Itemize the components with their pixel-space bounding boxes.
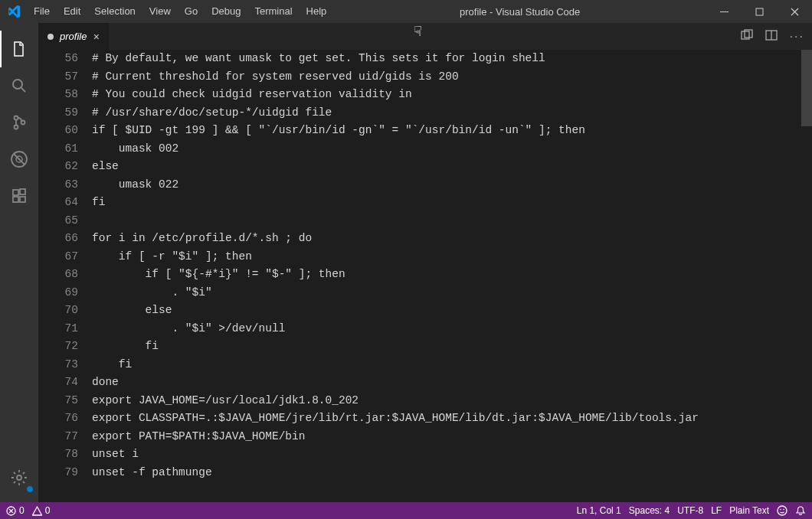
svg-rect-10 [20, 197, 25, 202]
tab-profile[interactable]: profile × [38, 23, 110, 50]
debug-icon[interactable] [0, 141, 38, 178]
status-bar: 0 0 Ln 1, Col 1 Spaces: 4 UTF-8 LF Plain… [0, 502, 812, 519]
activity-bar [0, 23, 38, 502]
svg-point-2 [13, 80, 22, 89]
search-icon[interactable] [0, 67, 38, 104]
svg-point-12 [17, 475, 21, 480]
svg-rect-0 [720, 11, 729, 12]
maximize-button[interactable] [742, 0, 777, 23]
tab-label: profile [60, 31, 87, 42]
dirty-indicator-icon [47, 34, 54, 40]
menu-view[interactable]: View [142, 0, 178, 23]
main-area: profile × ··· 56575859606162636465666768… [0, 23, 812, 502]
explorer-icon[interactable] [0, 31, 38, 67]
svg-rect-9 [13, 197, 18, 202]
window-controls [706, 0, 812, 23]
editor-actions: ··· [741, 23, 812, 50]
menu-debug[interactable]: Debug [205, 0, 247, 23]
svg-point-19 [780, 509, 781, 511]
menu-file[interactable]: File [27, 0, 57, 23]
code-editor[interactable]: 5657585960616263646566676869707172737475… [38, 50, 812, 502]
minimize-button[interactable] [706, 0, 742, 23]
encoding[interactable]: UTF-8 [677, 505, 703, 516]
line-numbers: 5657585960616263646566676869707172737475… [38, 50, 92, 502]
svg-point-18 [778, 506, 787, 515]
editor-tabs: profile × ··· [38, 23, 812, 50]
notifications-bell-icon[interactable] [795, 505, 806, 516]
menu-go[interactable]: Go [178, 0, 205, 23]
extensions-icon[interactable] [0, 178, 38, 214]
source-control-icon[interactable] [0, 104, 38, 141]
code-content[interactable]: # By default, we want umask to get set. … [92, 50, 812, 502]
svg-rect-1 [756, 8, 763, 15]
editor-group: profile × ··· 56575859606162636465666768… [38, 23, 812, 502]
svg-point-20 [783, 509, 784, 511]
warnings-count: 0 [45, 505, 51, 516]
svg-point-5 [21, 121, 25, 125]
svg-point-4 [15, 126, 18, 129]
language-mode[interactable]: Plain Text [729, 505, 769, 516]
vscode-logo-icon [0, 5, 27, 18]
errors-count: 0 [19, 505, 25, 516]
sync-badge-icon [26, 485, 34, 493]
split-editor-icon[interactable] [765, 29, 778, 44]
settings-gear-icon[interactable] [0, 459, 38, 496]
window-title: profile - Visual Studio Code [333, 6, 706, 18]
errors-indicator[interactable]: 0 [6, 505, 25, 516]
menubar: FileEditSelectionViewGoDebugTerminalHelp [27, 0, 333, 23]
scrollbar-thumb[interactable] [801, 50, 812, 126]
close-icon[interactable]: × [93, 31, 99, 43]
menu-terminal[interactable]: Terminal [247, 0, 299, 23]
svg-rect-11 [20, 189, 25, 194]
warnings-indicator[interactable]: 0 [32, 505, 51, 516]
close-button[interactable] [777, 0, 812, 23]
menu-edit[interactable]: Edit [57, 0, 87, 23]
compare-changes-icon[interactable] [741, 29, 753, 44]
eol[interactable]: LF [711, 505, 722, 516]
more-actions-icon[interactable]: ··· [790, 30, 804, 44]
cursor-position[interactable]: Ln 1, Col 1 [577, 505, 621, 516]
svg-rect-8 [13, 190, 18, 195]
feedback-smiley-icon[interactable] [777, 505, 787, 516]
menu-help[interactable]: Help [300, 0, 334, 23]
menu-selection[interactable]: Selection [87, 0, 142, 23]
indentation[interactable]: Spaces: 4 [629, 505, 670, 516]
svg-point-3 [15, 116, 18, 120]
title-bar: FileEditSelectionViewGoDebugTerminalHelp… [0, 0, 812, 23]
